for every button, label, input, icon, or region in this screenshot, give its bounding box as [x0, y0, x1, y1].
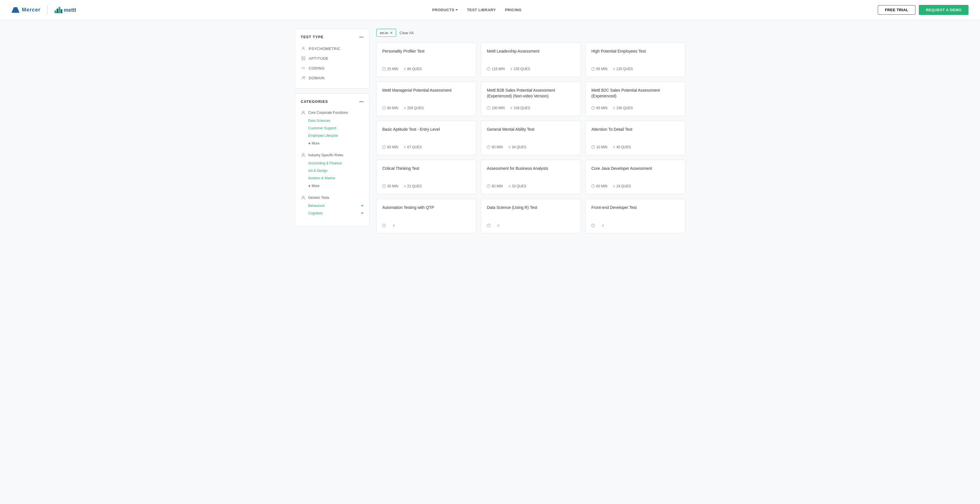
mettl-logo: mettl	[54, 7, 76, 13]
test-card-5[interactable]: Mettl B2C Sales Potential Assessment (Ex…	[585, 81, 685, 116]
card-title-5: Mettl B2C Sales Potential Assessment (Ex…	[592, 88, 679, 99]
request-demo-button[interactable]: REQUEST A DEMO	[919, 5, 969, 15]
categories-header: CATEGORIES	[301, 99, 363, 104]
sidebar: TEST TYPE PSYCHOMETRIC	[295, 29, 369, 233]
card-time-13	[487, 224, 492, 227]
nav-pricing[interactable]: PRICING	[505, 8, 522, 12]
core-corporate-label: Core Corporate Functions	[308, 111, 348, 115]
card-title-2: High Potential Employees Test	[592, 49, 679, 54]
generic-tests-header: Generic Tests	[301, 193, 363, 202]
hash-icon-5: #	[613, 106, 615, 110]
hash-icon-7: #	[509, 145, 511, 149]
psychometric-label: PSYCHOMETRIC	[309, 46, 340, 51]
en-in-label: en-in	[380, 31, 388, 35]
card-time-12	[382, 224, 387, 227]
filter-domain[interactable]: DOMAIN	[301, 73, 363, 83]
card-ques-4: # 158 QUES	[511, 106, 530, 110]
card-ques-2: # 130 QUES	[613, 67, 633, 71]
industry-specific-header: Industry Specific Roles	[301, 151, 363, 159]
svg-point-10	[302, 196, 304, 198]
svg-point-9	[302, 153, 304, 155]
card-time-0: 25 MIN	[382, 67, 398, 71]
clock-icon-2	[592, 67, 595, 71]
test-cards-grid: Personality Profiler Test 25 MIN # 86 QU…	[376, 43, 685, 233]
card-meta-1: 115 MIN # 235 QUES	[487, 67, 575, 71]
filter-coding[interactable]: CODING	[301, 63, 363, 73]
art-design-item[interactable]: Art & Design	[301, 167, 363, 174]
content-area: en-in × Clear All Personality Profiler T…	[376, 29, 685, 233]
card-title-12: Automation Testing with QTP	[382, 205, 470, 211]
behavioral-arrow-icon	[361, 205, 363, 207]
test-card-13[interactable]: Data Science (Using R) Test #	[481, 199, 581, 233]
svg-point-7	[304, 77, 305, 78]
en-in-close-icon[interactable]: ×	[390, 30, 392, 35]
test-card-12[interactable]: Automation Testing with QTP #	[376, 199, 476, 233]
card-title-3: Mettl Managerial Potential Assessment	[382, 88, 470, 93]
card-time-2: 85 MIN	[592, 67, 608, 71]
filter-psychometric[interactable]: PSYCHOMETRIC	[301, 44, 363, 53]
clock-icon-13	[487, 224, 490, 227]
hash-icon-13: #	[498, 224, 499, 227]
test-card-4[interactable]: Mettl B2B Sales Potential Assessment (Ex…	[481, 81, 581, 116]
data-sciences-item[interactable]: Data Sciences	[301, 117, 363, 124]
test-card-14[interactable]: Front-end Developer Test #	[585, 199, 685, 233]
free-trial-button[interactable]: FREE TRIAL	[878, 5, 916, 14]
svg-point-6	[302, 77, 304, 78]
test-card-1[interactable]: Mettl Leadership Assessment 115 MIN # 23…	[481, 43, 581, 77]
nav-test-library[interactable]: TEST LIBRARY	[467, 8, 496, 12]
filter-aptitude[interactable]: APTITUDE	[301, 53, 363, 63]
accounting-finance-item[interactable]: Accounting & Finance	[301, 159, 363, 167]
mettl-bar1	[54, 10, 56, 13]
test-card-2[interactable]: High Potential Employees Test 85 MIN # 1…	[585, 43, 685, 77]
nav-products[interactable]: PRODUCTS	[432, 8, 458, 12]
hash-icon-10: #	[509, 185, 511, 188]
card-title-8: Attention To Detail Test	[592, 127, 679, 132]
card-ques-14: #	[602, 224, 605, 227]
clock-icon-10	[487, 185, 490, 188]
card-meta-0: 25 MIN # 86 QUES	[382, 67, 470, 71]
core-corporate-icon	[301, 110, 306, 115]
categories-collapse-icon[interactable]	[359, 101, 363, 102]
core-corporate-more[interactable]: + More	[301, 139, 363, 147]
clock-icon-3	[382, 106, 386, 110]
clear-all-button[interactable]: Clear All	[399, 31, 413, 35]
test-card-6[interactable]: Basic Aptitude Test - Entry Level 60 MIN…	[376, 121, 476, 155]
card-time-7: 60 MIN	[487, 145, 503, 149]
card-ques-13: #	[498, 224, 501, 227]
test-card-10[interactable]: Assessment for Business Analysts 60 MIN …	[481, 160, 581, 194]
card-meta-5: 95 MIN # 156 QUES	[592, 106, 679, 110]
test-type-header: TEST TYPE	[301, 35, 363, 39]
test-card-7[interactable]: General Mental Ability Test 60 MIN # 34 …	[481, 121, 581, 155]
clock-icon-6	[382, 145, 386, 149]
customer-support-item[interactable]: Customer Support	[301, 124, 363, 132]
aviation-marine-item[interactable]: Aviation & Marine	[301, 174, 363, 182]
domain-label: DOMAIN	[309, 76, 325, 80]
test-type-title: TEST TYPE	[301, 35, 324, 39]
test-card-11[interactable]: Core Java Developer Assessment 60 MIN # …	[585, 160, 685, 194]
test-card-9[interactable]: Critical Thinking Test 30 MIN # 21 QUES	[376, 160, 476, 194]
core-corporate-group: Core Corporate Functions Data Sciences C…	[301, 108, 363, 147]
cognitive-item[interactable]: Cognitive	[301, 209, 363, 217]
employee-lifecycle-item[interactable]: Employee Lifecycle	[301, 132, 363, 139]
test-card-3[interactable]: Mettl Managerial Potential Assessment 80…	[376, 81, 476, 116]
industry-icon	[301, 153, 306, 158]
card-time-10: 60 MIN	[487, 184, 503, 188]
test-card-8[interactable]: Attention To Detail Test 10 MIN # 40 QUE…	[585, 121, 685, 155]
clock-icon-1	[487, 67, 490, 71]
hash-icon-8: #	[613, 145, 615, 149]
card-time-5: 95 MIN	[592, 106, 608, 110]
card-ques-1: # 235 QUES	[511, 67, 530, 71]
domain-icon	[301, 75, 306, 80]
card-title-9: Critical Thinking Test	[382, 166, 470, 172]
test-type-collapse-icon[interactable]	[359, 37, 363, 37]
behavioral-item[interactable]: Behavioral	[301, 202, 363, 209]
card-meta-2: 85 MIN # 130 QUES	[592, 67, 679, 71]
test-card-0[interactable]: Personality Profiler Test 25 MIN # 86 QU…	[376, 43, 476, 77]
mercer-logo: Mercer	[11, 7, 40, 13]
card-time-1: 115 MIN	[487, 67, 505, 71]
aptitude-label: APTITUDE	[309, 56, 328, 61]
coding-label: CODING	[309, 66, 325, 70]
industry-more[interactable]: + More	[301, 182, 363, 190]
card-ques-9: # 21 QUES	[404, 184, 422, 188]
card-time-11: 60 MIN	[592, 184, 608, 188]
